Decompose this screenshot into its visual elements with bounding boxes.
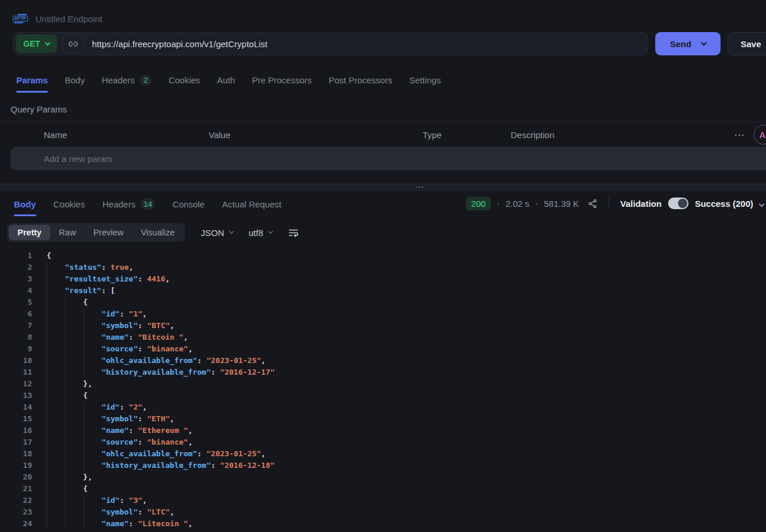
mode-raw[interactable]: Raw [50, 225, 85, 240]
url-box: GET [13, 32, 648, 55]
line-number: 13 [0, 390, 32, 401]
mode-preview[interactable]: Preview [85, 225, 132, 240]
send-button[interactable]: Send [655, 32, 721, 55]
indent-guide [83, 518, 101, 530]
indent-guide [47, 297, 65, 308]
mode-visualize[interactable]: Visualize [132, 225, 184, 240]
tab-post-processors[interactable]: Post Processors [329, 67, 392, 92]
tab-label: Actual Request [222, 199, 282, 209]
indent-guide [65, 460, 83, 471]
url-input[interactable] [85, 39, 648, 49]
tab-label: Console [173, 199, 205, 209]
indent-guide [65, 413, 83, 425]
code-line: 4"result": [ [0, 285, 766, 297]
code-line: 16"name": "Ethereum ", [0, 425, 766, 436]
mode-pretty[interactable]: Pretty [9, 225, 50, 240]
tab-label: Post Processors [329, 75, 392, 85]
indent-guide [65, 390, 83, 401]
api-client-window: HTTP Untitled Endpoint GET Send Save [0, 0, 766, 532]
separator-dot [536, 203, 537, 205]
response-time: 2.02 s [505, 199, 529, 209]
tab-response-headers[interactable]: Headers 14 [103, 191, 155, 216]
indent-guide [47, 436, 65, 448]
link-button[interactable] [62, 34, 85, 53]
chevron-down-icon [229, 229, 233, 234]
endpoint-header: HTTP Untitled Endpoint [0, 0, 766, 24]
tab-params[interactable]: Params [16, 67, 48, 92]
indent-guide [65, 320, 83, 332]
tab-label: Cookies [168, 75, 200, 85]
tab-headers[interactable]: Headers 2 [101, 67, 152, 92]
request-tabs: Params Body Headers 2 Cookies Auth Pre P… [0, 67, 766, 93]
indent-guide [83, 332, 101, 343]
code-line: 11"history_available_from": "2016-12-17" [0, 367, 766, 378]
code-line: 6"id": "1", [0, 308, 766, 320]
more-options-icon[interactable]: ⋯ [734, 129, 745, 140]
indent-guide [83, 495, 101, 506]
tab-console[interactable]: Console [173, 191, 205, 216]
line-number: 11 [0, 367, 32, 378]
chevron-down-icon[interactable] [760, 198, 764, 209]
chevron-down-icon [701, 40, 707, 45]
word-wrap-button[interactable] [288, 227, 299, 238]
param-actions: ⋯ Ai [734, 122, 766, 147]
save-button[interactable]: Save [728, 32, 766, 55]
status-code-badge: 200 [466, 197, 491, 210]
line-number: 19 [0, 460, 32, 471]
endpoint-title[interactable]: Untitled Endpoint [36, 14, 102, 24]
code-line: 14"id": "2", [0, 401, 766, 413]
format-dropdown[interactable]: JSON [201, 228, 233, 238]
indent-guide [65, 343, 83, 355]
add-param-row [10, 147, 766, 170]
response-size: 581.39 K [544, 199, 579, 209]
response-toolbar: Body Cookies Headers 14 Console Actual R… [0, 191, 766, 216]
http-request-icon: HTTP [13, 13, 28, 24]
indent-guide [83, 425, 101, 436]
tab-response-body[interactable]: Body [14, 191, 36, 216]
validation-toggle[interactable] [668, 198, 688, 209]
indent-guide [47, 367, 65, 378]
indent-guide [83, 401, 101, 413]
ai-button[interactable]: Ai [754, 125, 766, 145]
tab-label: Settings [409, 75, 441, 85]
code-line: 5{ [0, 297, 766, 308]
query-params-title: Query Params [0, 93, 766, 122]
indent-guide [83, 460, 101, 471]
tab-body[interactable]: Body [65, 67, 85, 92]
encoding-dropdown[interactable]: utf8 [249, 228, 272, 238]
indent-guide [65, 448, 83, 460]
response-body-editor[interactable]: 1{2"status": true,3"resultset_size": 441… [0, 245, 766, 532]
pane-splitter[interactable]: ⋯ [0, 184, 766, 191]
tab-label: Params [16, 75, 48, 85]
indent-guide [47, 483, 65, 495]
tab-pre-processors[interactable]: Pre Processors [252, 67, 312, 92]
indent-guide [83, 413, 101, 425]
code-line: 3"resultset_size": 4416, [0, 273, 766, 285]
line-number: 15 [0, 413, 32, 425]
response-tabs: Body Cookies Headers 14 Console Actual R… [14, 191, 282, 216]
indent-guide [65, 378, 83, 390]
tab-cookies[interactable]: Cookies [168, 67, 200, 92]
drag-handle-icon[interactable]: ⋯ [415, 182, 424, 191]
tab-auth[interactable]: Auth [217, 67, 235, 92]
column-value: Value [209, 130, 423, 140]
word-wrap-icon [288, 227, 299, 238]
code-line: 21{ [0, 483, 766, 495]
add-param-input[interactable] [10, 153, 766, 164]
chevron-down-icon [268, 229, 272, 234]
validation-label: Validation [620, 199, 662, 209]
column-name: Name [44, 130, 209, 140]
ai-label: Ai [760, 130, 766, 140]
share-button[interactable] [588, 199, 598, 209]
code-line: 17"source": "binance", [0, 436, 766, 448]
toggle-knob [678, 199, 687, 208]
indent-guide [83, 436, 101, 448]
method-dropdown[interactable]: GET [16, 34, 57, 53]
request-bar: GET Send Save [13, 32, 766, 55]
column-type: Type [423, 130, 511, 140]
tab-actual-request[interactable]: Actual Request [222, 191, 282, 216]
tab-response-cookies[interactable]: Cookies [54, 191, 85, 216]
indent-guide [65, 518, 83, 530]
response-view-controls: Pretty Raw Preview Visualize JSON utf8 [0, 216, 766, 245]
tab-settings[interactable]: Settings [409, 67, 441, 92]
